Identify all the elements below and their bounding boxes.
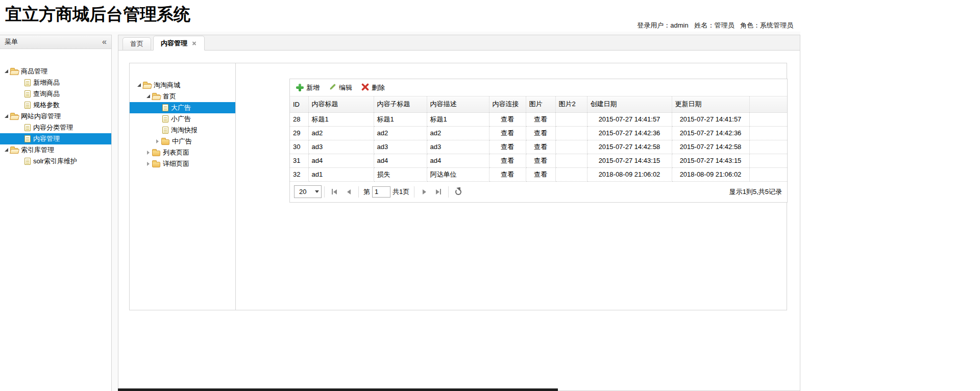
table-row[interactable]: 28 标题1 标题1 标题1 查看 查看 2015-07-27 14:41:57… bbox=[290, 112, 787, 126]
bottom-edge-artifact bbox=[118, 388, 558, 391]
tab-label: 首页 bbox=[130, 39, 143, 48]
cell-link: 查看 bbox=[489, 154, 526, 167]
page-size-value: 20 bbox=[295, 188, 313, 196]
sidebar-item-content-category-mgmt[interactable]: 内容分类管理 bbox=[0, 122, 111, 133]
collapse-arrow-icon[interactable] bbox=[144, 151, 152, 155]
expand-icon[interactable] bbox=[144, 95, 152, 98]
tree-node-label: 内容管理 bbox=[33, 134, 60, 143]
tree-node-label: 小广告 bbox=[171, 114, 191, 124]
content-table: ID 内容标题 内容子标题 内容描述 内容连接 图片 图片2 创建日期 更新日期 bbox=[290, 96, 787, 182]
delete-button[interactable]: 删除 bbox=[358, 82, 388, 93]
view-link[interactable]: 查看 bbox=[534, 129, 547, 137]
expand-icon[interactable] bbox=[135, 84, 143, 87]
view-link[interactable]: 查看 bbox=[534, 157, 547, 164]
cell-desc: ad4 bbox=[427, 154, 489, 167]
tree-node-label: 淘淘快报 bbox=[171, 126, 198, 135]
cell-updated: 2015-07-27 14:41:57 bbox=[672, 112, 749, 126]
cell-id: 28 bbox=[290, 112, 308, 126]
sidebar-item-index-mgmt[interactable]: 索引库管理 bbox=[0, 144, 111, 156]
view-link[interactable]: 查看 bbox=[534, 115, 547, 123]
pager-separator bbox=[448, 186, 449, 198]
cell-desc: ad3 bbox=[427, 140, 489, 154]
col-header-updated: 更新日期 bbox=[672, 96, 749, 112]
tab-home[interactable]: 首页 bbox=[122, 37, 151, 51]
view-link[interactable]: 查看 bbox=[501, 129, 514, 137]
app-header: 宜立方商城后台管理系统 登录用户：admin 姓名：管理员 角色：系统管理员 bbox=[0, 0, 800, 32]
col-header-pic: 图片 bbox=[526, 96, 555, 112]
view-link[interactable]: 查看 bbox=[534, 170, 547, 178]
tree-node-list-page[interactable]: 列表页面 bbox=[130, 147, 235, 158]
view-link[interactable]: 查看 bbox=[534, 143, 547, 151]
view-link[interactable]: 查看 bbox=[501, 143, 514, 151]
page-number-input[interactable] bbox=[372, 186, 390, 198]
sidebar-item-query-product[interactable]: 查询商品 bbox=[0, 88, 111, 100]
collapse-arrow-icon[interactable] bbox=[153, 139, 161, 143]
cell-pic: 查看 bbox=[526, 167, 555, 181]
table-row[interactable]: 30 ad3 ad3 ad3 查看 查看 2015-07-27 14:42:58… bbox=[290, 140, 787, 154]
expand-icon[interactable] bbox=[2, 149, 10, 152]
tree-node-label: 商品管理 bbox=[21, 67, 47, 76]
cell-created: 2015-07-27 14:42:58 bbox=[587, 140, 672, 154]
cell-pic2 bbox=[555, 154, 587, 167]
folder-icon bbox=[143, 83, 151, 89]
main-panel: 首页 内容管理 淘淘商城 bbox=[118, 35, 800, 391]
edit-button-label: 编辑 bbox=[339, 83, 352, 92]
sidebar-menu-tree: 商品管理 新增商品 查询商品 规格参数 网站内容管理 bbox=[0, 49, 111, 167]
collapse-sidebar-icon[interactable]: « bbox=[102, 38, 107, 46]
cell-filler bbox=[749, 154, 787, 167]
view-link[interactable]: 查看 bbox=[501, 170, 514, 178]
sidebar-item-solr-maintenance[interactable]: solr索引库维护 bbox=[0, 156, 111, 167]
col-header-filler bbox=[749, 96, 787, 112]
sidebar-item-product-mgmt[interactable]: 商品管理 bbox=[0, 66, 111, 77]
cell-updated: 2015-07-27 14:43:15 bbox=[672, 154, 749, 167]
first-page-button[interactable] bbox=[327, 185, 341, 199]
sidebar-item-spec-params[interactable]: 规格参数 bbox=[0, 100, 111, 111]
tab-content-mgmt[interactable]: 内容管理 bbox=[153, 36, 205, 51]
add-button[interactable]: 新增 bbox=[293, 82, 323, 93]
refresh-button[interactable] bbox=[451, 185, 465, 199]
tree-node-label: 中广告 bbox=[172, 137, 192, 146]
table-row[interactable]: 29 ad2 ad2 ad2 查看 查看 2015-07-27 14:42:36… bbox=[290, 126, 787, 140]
tree-node-taotao-express[interactable]: 淘淘快报 bbox=[130, 125, 235, 136]
last-page-button[interactable] bbox=[431, 185, 446, 199]
cell-pic2 bbox=[555, 126, 587, 140]
next-page-button[interactable] bbox=[417, 185, 431, 199]
folder-icon bbox=[152, 162, 160, 167]
add-icon bbox=[296, 84, 304, 91]
delete-icon bbox=[361, 83, 369, 92]
pager-separator bbox=[324, 186, 325, 198]
tree-node-label: 网站内容管理 bbox=[21, 112, 61, 121]
cell-created: 2015-07-27 14:41:57 bbox=[587, 112, 672, 126]
prev-page-button[interactable] bbox=[341, 185, 356, 199]
sidebar-item-content-mgmt[interactable]: 内容管理 bbox=[0, 133, 111, 144]
cell-id: 30 bbox=[290, 140, 308, 154]
cell-link: 查看 bbox=[489, 167, 526, 181]
view-link[interactable]: 查看 bbox=[501, 157, 514, 164]
tree-node-small-ad[interactable]: 小广告 bbox=[130, 113, 235, 125]
tree-node-taotao-mall[interactable]: 淘淘商城 bbox=[130, 80, 235, 91]
table-row[interactable]: 31 ad4 ad4 ad4 查看 查看 2015-07-27 14:43:15… bbox=[290, 154, 787, 167]
edit-icon bbox=[329, 83, 336, 92]
sidebar-item-site-content-mgmt[interactable]: 网站内容管理 bbox=[0, 111, 111, 122]
edit-button[interactable]: 编辑 bbox=[326, 82, 355, 93]
add-button-label: 新增 bbox=[306, 83, 320, 92]
cell-pic2 bbox=[555, 112, 587, 126]
tree-node-big-ad[interactable]: 大广告 bbox=[130, 102, 235, 113]
tree-node-medium-ad[interactable]: 中广告 bbox=[130, 136, 235, 147]
close-icon[interactable] bbox=[191, 40, 197, 46]
expand-icon[interactable] bbox=[2, 70, 10, 73]
table-row[interactable]: 32 ad1 损失 阿达单位 查看 查看 2018-08-09 21:06:02… bbox=[290, 167, 787, 181]
tree-node-detail-page[interactable]: 详细页面 bbox=[130, 158, 235, 169]
view-link[interactable]: 查看 bbox=[501, 115, 514, 123]
collapse-arrow-icon[interactable] bbox=[144, 162, 152, 166]
tree-node-homepage[interactable]: 首页 bbox=[130, 91, 235, 102]
tab-label: 内容管理 bbox=[161, 39, 187, 48]
cell-subtitle: ad4 bbox=[374, 154, 427, 167]
page-size-select[interactable]: 20 bbox=[294, 185, 322, 198]
sidebar-item-add-product[interactable]: 新增商品 bbox=[0, 77, 111, 88]
page-number-prefix: 第 bbox=[363, 187, 370, 197]
expand-icon[interactable] bbox=[2, 115, 10, 118]
col-header-created: 创建日期 bbox=[587, 96, 672, 112]
cell-link: 查看 bbox=[489, 140, 526, 154]
refresh-icon bbox=[455, 189, 461, 195]
